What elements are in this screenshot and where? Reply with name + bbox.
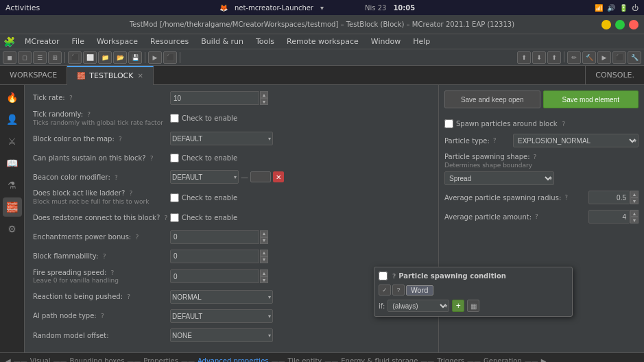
toolbar-btn-r3[interactable]: ⬆ [547, 51, 561, 64]
avg-amount-up[interactable]: ▲ [630, 210, 639, 217]
popup-help-btn[interactable]: ? [392, 285, 405, 295]
avg-radius-down[interactable]: ▼ [630, 197, 639, 204]
tick-rate-down[interactable]: ▼ [260, 98, 268, 105]
minimize-button[interactable] [601, 20, 611, 29]
spawning-shape-help[interactable]: ? [534, 154, 537, 160]
menu-file[interactable]: File [67, 36, 90, 47]
save-keep-button[interactable]: Save and keep open [444, 90, 540, 108]
tick-randomly-help[interactable]: ? [87, 111, 91, 118]
enchantments-up[interactable]: ▲ [260, 230, 268, 237]
menu-build-run[interactable]: Build & run [195, 36, 249, 47]
beacon-color-preview[interactable] [250, 171, 271, 182]
toolbar-btn-r8[interactable]: 🔧 [628, 51, 641, 64]
menu-tools[interactable]: Tools [250, 36, 280, 47]
popup-condition-select[interactable]: (always) [387, 300, 449, 312]
toolbar-btn-r7[interactable]: ⬛ [612, 51, 626, 64]
bottom-nav-tile-entity[interactable]: Tile entity [288, 357, 322, 362]
beacon-color-select[interactable]: DEFAULT [170, 170, 239, 184]
reaction-select[interactable]: NORMAL [170, 290, 273, 304]
sidebar-icon-user[interactable]: 👤 [3, 110, 22, 129]
bottom-nav-generation[interactable]: Generation [484, 357, 522, 362]
menu-mcreator[interactable]: MCreator [19, 36, 65, 47]
toolbar-btn-r5[interactable]: 🔨 [582, 51, 596, 64]
fire-speed-up[interactable]: ▲ [260, 269, 268, 276]
popup-extra-btn[interactable]: ▦ [467, 300, 479, 312]
flammability-help[interactable]: ? [103, 253, 106, 260]
enchantments-help[interactable]: ? [135, 234, 139, 241]
avg-amount-help[interactable]: ? [535, 213, 538, 220]
bottom-nav-visual[interactable]: Visual [30, 357, 51, 362]
flammability-down[interactable]: ▼ [260, 256, 268, 263]
activities-label[interactable]: Activities [5, 3, 40, 12]
ladder-checkbox-label[interactable]: Check to enable [170, 193, 237, 202]
toolbar-btn-r2[interactable]: ⬇ [532, 51, 546, 64]
bottom-nav-triggers[interactable]: Triggers [437, 357, 464, 362]
bottom-nav-left-arrow[interactable]: ◀ [5, 357, 11, 362]
avg-amount-spinner[interactable]: ▲ ▼ [588, 210, 639, 224]
toolbar-btn-9[interactable]: 💾 [128, 51, 142, 64]
fire-speed-spinner[interactable]: ▲ ▼ [170, 269, 268, 283]
dropdown-icon[interactable]: ▾ [320, 4, 324, 12]
spawn-particles-checkbox[interactable] [444, 119, 453, 128]
toolbar-btn-3[interactable]: ☰ [33, 51, 47, 64]
enchantments-down[interactable]: ▼ [260, 237, 268, 244]
menu-window[interactable]: Window [366, 36, 406, 47]
avg-amount-input[interactable] [588, 210, 630, 224]
redstone-help[interactable]: ? [164, 215, 167, 221]
plants-sustain-checkbox-label[interactable]: Check to enable [170, 154, 237, 162]
enchantments-input[interactable] [170, 230, 259, 244]
ladder-help[interactable]: ? [129, 190, 132, 197]
close-button[interactable] [629, 20, 639, 29]
avg-radius-help[interactable]: ? [564, 194, 568, 201]
toolbar-btn-2[interactable]: ◻ [18, 51, 32, 64]
sidebar-icon-block[interactable]: 🧱 [3, 197, 22, 217]
sidebar-icon-fire[interactable]: 🔥 [3, 88, 22, 107]
particle-type-select[interactable]: EXPLOSION_NORMAL [513, 134, 639, 147]
tick-randomly-checkbox[interactable] [170, 114, 179, 123]
tab-testblock[interactable]: 🧱 TESTBLOCK ✕ [67, 66, 154, 85]
tab-workspace[interactable]: WORKSPACE [0, 66, 67, 85]
toolbar-btn-7[interactable]: 📁 [98, 51, 112, 64]
avg-radius-spinner[interactable]: ▲ ▼ [588, 191, 639, 204]
popup-title-checkbox[interactable] [379, 272, 387, 280]
bottom-nav-advanced-properties[interactable]: Advanced properties [198, 357, 269, 362]
enchantments-spinner[interactable]: ▲ ▼ [170, 230, 268, 244]
toolbar-btn-11[interactable]: ⬛ [163, 51, 177, 64]
avg-amount-down[interactable]: ▼ [630, 217, 639, 224]
save-mod-button[interactable]: Save mod element [543, 90, 639, 108]
sidebar-icon-book[interactable]: 📖 [3, 154, 22, 173]
flammability-up[interactable]: ▲ [260, 250, 268, 256]
toolbar-btn-r1[interactable]: ⬆ [517, 51, 531, 64]
bottom-nav-energy-fluid[interactable]: Energy & fluid storage [341, 357, 418, 362]
tick-rate-spinner[interactable]: ▲ ▼ [170, 91, 268, 105]
menu-workspace[interactable]: Workspace [91, 36, 143, 47]
fire-speed-help[interactable]: ? [111, 269, 115, 276]
popup-check-btn[interactable]: ✓ [379, 285, 391, 295]
fire-speed-down[interactable]: ▼ [260, 276, 268, 283]
spawn-particles-help[interactable]: ? [562, 121, 566, 128]
avg-radius-up[interactable]: ▲ [630, 191, 639, 197]
tick-rate-input[interactable] [170, 91, 259, 105]
toolbar-btn-r6[interactable]: ▶ [597, 51, 611, 64]
flammability-spinner[interactable]: ▲ ▼ [170, 250, 268, 263]
window-controls[interactable] [601, 20, 639, 29]
tick-rate-up[interactable]: ▲ [260, 91, 268, 98]
toolbar-btn-6[interactable]: ⬜ [83, 51, 97, 64]
flammability-input[interactable] [170, 250, 259, 263]
redstone-checkbox-label[interactable]: Check to enable [170, 213, 237, 222]
particle-type-help[interactable]: ? [493, 137, 497, 144]
ai-path-help[interactable]: ? [101, 313, 104, 319]
toolbar-btn-8[interactable]: 📂 [113, 51, 127, 64]
toolbar-btn-1[interactable]: ◼ [3, 51, 16, 64]
ai-path-select[interactable]: DEFAULT [170, 309, 273, 323]
avg-radius-input[interactable] [588, 191, 630, 204]
tab-console[interactable]: CONSOLE. [585, 66, 644, 85]
menu-resources[interactable]: Resources [145, 36, 194, 47]
toolbar-btn-r4[interactable]: ✏ [567, 51, 581, 64]
beacon-color-reset[interactable]: ✕ [273, 171, 284, 182]
toolbar-btn-5[interactable]: ⬛ [68, 51, 82, 64]
bottom-nav-bounding-boxes[interactable]: Bounding boxes [70, 357, 125, 362]
ladder-checkbox[interactable] [170, 193, 179, 202]
block-color-help[interactable]: ? [119, 136, 122, 143]
sidebar-icon-flask[interactable]: ⚗ [3, 176, 22, 195]
